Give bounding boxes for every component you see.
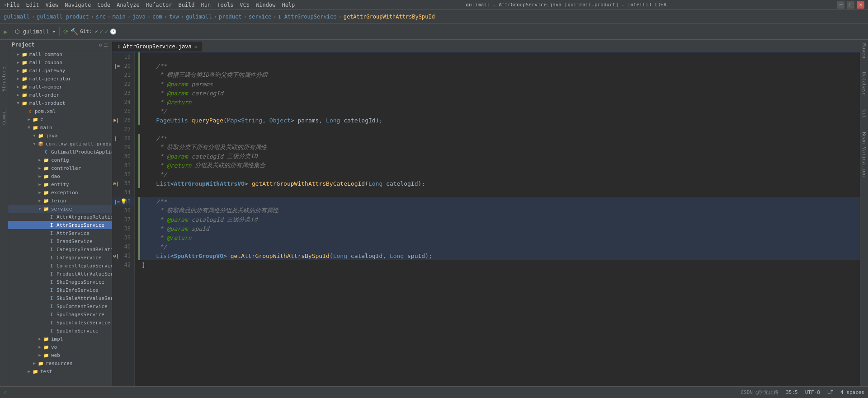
sidebar-item-pom[interactable]: x pom.xml <box>8 107 112 115</box>
maximize-button[interactable]: □ <box>847 1 854 9</box>
breadcrumb-service[interactable]: service <box>249 14 272 20</box>
code-editor[interactable]: 19 |= 20 21 22 23 24 25 <box>112 52 860 386</box>
sidebar-item-service[interactable]: ▼ 📁 service <box>8 205 112 213</box>
code-line-33: List<AttrGroupWithAttrsVO> getAttrGroupW… <box>138 179 860 188</box>
menu-view[interactable]: View <box>45 2 58 8</box>
toolbar-run-icon[interactable]: ▶ <box>4 28 7 35</box>
maven-panel-label[interactable]: Maven <box>860 42 868 60</box>
close-button[interactable]: ✕ <box>857 1 864 9</box>
sidebar-item-mall-order[interactable]: ▶ 📁 mall-order <box>8 91 112 99</box>
menu-window[interactable]: Window <box>256 2 275 8</box>
sidebar-item-exception[interactable]: ▶ 📁 exception <box>8 188 112 197</box>
breadcrumb-txw[interactable]: txw <box>169 14 179 20</box>
minimize-button[interactable]: ─ <box>837 1 844 9</box>
toolbar-debug-icon[interactable]: ⟳ <box>63 28 69 35</box>
menu-help[interactable]: Help <box>282 2 295 8</box>
tab-close-icon[interactable]: ✕ <box>194 44 197 49</box>
sidebar-item-spu-comment[interactable]: I SpuCommentService <box>8 302 112 310</box>
interface-icon: I <box>48 286 55 294</box>
sidebar-item-dao[interactable]: ▶ 📁 dao <box>8 172 112 180</box>
sidebar-item-application[interactable]: C GulimallProductApplication <box>8 148 112 156</box>
breadcrumb-product[interactable]: gulimall-product <box>37 14 89 20</box>
structure-panel-label[interactable]: Structure <box>1 67 6 91</box>
item-label: CategoryBrandRelationService <box>57 247 112 253</box>
comment-38: * <box>142 225 167 232</box>
sidebar-item-mall-coupon[interactable]: ▶ 📁 mall-coupon <box>8 58 112 66</box>
status-line-ending[interactable]: LF <box>827 389 833 395</box>
sidebar-item-sku-info[interactable]: I SkuInfoService <box>8 286 112 294</box>
breadcrumb-interface[interactable]: I AttrGroupService <box>278 14 337 20</box>
sidebar-settings-icon[interactable]: ⚙ <box>99 42 102 48</box>
folder-icon: 📁 <box>42 205 50 212</box>
menu-code[interactable]: Code <box>97 2 110 8</box>
toolbar-checkmark2[interactable]: ✓ <box>105 28 108 35</box>
sidebar-item-attr-atrgroup-relation[interactable]: I AttrAtrgroupRelationService <box>8 213 112 221</box>
breadcrumb-product2[interactable]: product <box>219 14 242 20</box>
tab-attrgroup-service[interactable]: I AttrGroupService.java ✕ <box>112 41 203 52</box>
menu-edit[interactable]: Edit <box>26 2 39 8</box>
menu-run[interactable]: Run <box>201 2 211 8</box>
status-indent[interactable]: 4 spaces <box>840 389 864 395</box>
sidebar-item-sku-sale[interactable]: I SkuSaleAttrValueService <box>8 294 112 302</box>
sidebar-item-sku-images[interactable]: I SkuImagesService <box>8 278 112 286</box>
sidebar-item-mall-generator[interactable]: ▶ 📁 mall-generator <box>8 75 112 83</box>
arrow-icon: ▶ <box>26 117 32 122</box>
database-panel-label[interactable]: Database <box>860 70 868 98</box>
menu-analyze[interactable]: Analyze <box>117 2 140 8</box>
breadcrumb-gulimall2[interactable]: gulimall <box>186 14 212 20</box>
breadcrumb-gulimall[interactable]: gulimall <box>4 14 30 20</box>
breadcrumb-src[interactable]: src <box>96 14 106 20</box>
sidebar-item-impl[interactable]: ▶ 📁 impl <box>8 335 112 343</box>
menu-file[interactable]: File <box>7 2 20 8</box>
menu-vcs[interactable]: VCS <box>240 2 250 8</box>
menu-bar[interactable]: File Edit View Navigate Code Analyze Ref… <box>7 2 295 8</box>
code-content[interactable]: /** * 根据三级分类ID查询父类下的属性分组 * @param params <box>135 52 860 386</box>
breadcrumb-java[interactable]: java <box>132 14 146 20</box>
sidebar-item-java[interactable]: ▼ 📁 java <box>8 131 112 140</box>
sidebar-item-category-brand[interactable]: I CategoryBrandRelationService <box>8 245 112 253</box>
menu-tools[interactable]: Tools <box>217 2 233 8</box>
sidebar-item-web[interactable]: ▶ 📁 web <box>8 351 112 359</box>
sidebar-item-product-attr[interactable]: I ProductAttrValueService <box>8 270 112 278</box>
sidebar-item-mall-product[interactable]: ▼ 📁 mall-product <box>8 99 112 107</box>
sidebar-item-category-service[interactable]: I CategoryService <box>8 253 112 262</box>
sidebar-item-resources[interactable]: ▶ 📁 resources <box>8 359 112 367</box>
breadcrumb-main[interactable]: main <box>113 14 126 20</box>
sidebar-item-c[interactable]: ▶ 📁 c <box>8 115 112 123</box>
sidebar-item-config[interactable]: ▶ 📁 config <box>8 156 112 164</box>
sidebar-item-vo[interactable]: ▶ 📁 vo <box>8 343 112 351</box>
toolbar-checkmark1[interactable]: ✓ <box>100 28 103 35</box>
status-encoding[interactable]: UTF-8 <box>805 389 820 395</box>
sidebar-item-spu-images[interactable]: I SpuImagesService <box>8 310 112 318</box>
menu-refactor[interactable]: Refactor <box>146 2 172 8</box>
commit-panel-label[interactable]: Commit <box>1 108 6 125</box>
menu-build[interactable]: Build <box>178 2 194 8</box>
sidebar-item-mall-gateway[interactable]: ▶ 📁 mall-gateway <box>8 66 112 75</box>
sidebar-item-main[interactable]: ▼ 📁 main <box>8 123 112 131</box>
sidebar-item-mall-common[interactable]: ▶ 📁 mall-common <box>8 50 112 58</box>
sidebar-collapse-icon[interactable]: ☰ <box>104 42 108 48</box>
sidebar-item-mall-member[interactable]: ▶ 📁 mall-member <box>8 83 112 91</box>
status-position[interactable]: 35:5 <box>786 389 798 395</box>
sidebar-item-entity[interactable]: ▶ 📁 entity <box>8 180 112 188</box>
sidebar-item-attr-service[interactable]: I AttrService <box>8 229 112 237</box>
sidebar-item-package[interactable]: ▼ 📦 com.txw.gulimall.product <box>8 140 112 148</box>
sidebar-item-feign[interactable]: ▶ 📁 feign <box>8 197 112 205</box>
toolbar-git-icon[interactable]: Git: ✓ <box>80 28 98 34</box>
menu-navigate[interactable]: Navigate <box>65 2 91 8</box>
sidebar-item-comment-replay[interactable]: I CommentReplayService <box>8 262 112 270</box>
git-panel-label[interactable]: Git <box>860 108 868 120</box>
window-controls[interactable]: ─ □ ✕ <box>837 1 864 9</box>
sidebar-item-controller[interactable]: ▶ 📁 controller <box>8 164 112 172</box>
sidebar-item-brand-service[interactable]: I BrandService <box>8 237 112 245</box>
sidebar-item-test[interactable]: ▶ 📁 test <box>8 367 112 375</box>
bean-validation-panel-label[interactable]: Bean Validation <box>860 130 868 178</box>
breadcrumb-method[interactable]: getAttrGroupWithAttrsBySpuId <box>344 14 435 20</box>
toolbar-build-icon[interactable]: 🔨 <box>71 28 78 35</box>
sidebar-item-spu-info[interactable]: I SpuInfoService <box>8 327 112 335</box>
toolbar-clock-icon[interactable]: 🕐 <box>110 28 117 35</box>
sidebar-item-spu-info-desc[interactable]: I SpuInfoDescService <box>8 318 112 327</box>
sidebar-item-attr-group-service[interactable]: I AttrGroupService <box>8 221 112 229</box>
breadcrumb-com[interactable]: com <box>152 14 162 20</box>
sidebar-actions[interactable]: ⚙ ☰ <box>99 42 108 48</box>
